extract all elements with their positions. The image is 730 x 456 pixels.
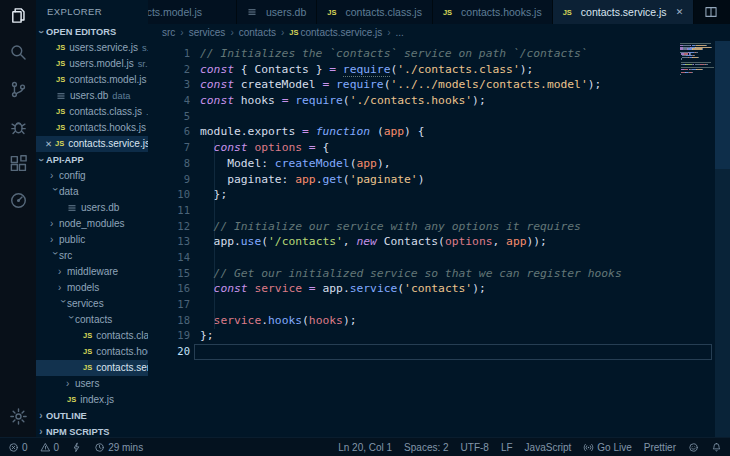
extensions-icon[interactable] bbox=[8, 153, 28, 173]
open-editors-header[interactable]: ›OPEN EDITORS bbox=[36, 24, 148, 40]
status-spaces-2[interactable]: Spaces: 2 bbox=[404, 442, 448, 453]
tree-item-contacts.class.js[interactable]: JScontacts.class.js bbox=[36, 328, 148, 344]
tree-item-contacts.hooks.js[interactable]: JScontacts.hooks.js bbox=[36, 344, 148, 360]
settings-gear-icon[interactable] bbox=[8, 406, 28, 426]
breadcrumb-item[interactable]: contacts bbox=[239, 27, 276, 38]
open-editor-item[interactable]: ✕JScontacts.service.js bbox=[36, 136, 148, 152]
code-line[interactable]: 13 app.use('/contacts', new Contacts(opt… bbox=[148, 234, 730, 250]
split-editor-icon[interactable] bbox=[704, 5, 718, 19]
tree-item-node_modules[interactable]: ›node_modules bbox=[36, 216, 148, 232]
file-label: users.db bbox=[70, 88, 108, 104]
line-number: 5 bbox=[148, 109, 200, 125]
activity-bar bbox=[0, 0, 36, 438]
breadcrumb-item[interactable]: JScontacts.service.js bbox=[289, 27, 382, 38]
status-bar-right: Ln 20, Col 1Spaces: 2UTF-8LFJavaScriptGo… bbox=[338, 442, 722, 453]
status-0[interactable]: 0 bbox=[8, 442, 28, 453]
breadcrumb-item[interactable]: src bbox=[162, 27, 175, 38]
tree-item-data[interactable]: ›data bbox=[36, 184, 148, 200]
code-line[interactable]: 4const hooks = require('./contacts.hooks… bbox=[148, 93, 730, 109]
code-line[interactable]: 17 bbox=[148, 297, 730, 313]
tab-contacts.model.js[interactable]: contacts.model.js bbox=[148, 0, 237, 24]
status-go-live[interactable]: Go Live bbox=[583, 442, 631, 453]
code-line[interactable]: 3const createModel = require('../../mode… bbox=[148, 77, 730, 93]
section-outline[interactable]: ›OUTLINE bbox=[36, 408, 148, 424]
code-line[interactable]: 10 }; bbox=[148, 187, 730, 203]
code-line[interactable]: 6module.exports = function (app) { bbox=[148, 124, 730, 140]
close-icon[interactable]: ✕ bbox=[676, 7, 684, 17]
files-icon[interactable] bbox=[8, 5, 28, 25]
tab-contacts.hooks.js[interactable]: JScontacts.hooks.js bbox=[433, 0, 553, 24]
tree-item-services[interactable]: ›services bbox=[36, 296, 148, 312]
tab-label: contacts.class.js bbox=[345, 6, 421, 18]
tree-item-users.db[interactable]: users.db bbox=[36, 200, 148, 216]
code-line[interactable]: 2const { Contacts } = require('./contact… bbox=[148, 62, 730, 78]
code-line[interactable]: 12 // Initialize our service with any op… bbox=[148, 219, 730, 235]
tree-item-users[interactable]: ›users bbox=[36, 376, 148, 392]
project-root-header[interactable]: ›API-APP bbox=[36, 152, 148, 168]
status-prettier[interactable]: Prettier bbox=[644, 442, 676, 453]
open-editor-item[interactable]: JScontacts.model.js bbox=[36, 72, 148, 88]
tree-item-config[interactable]: ›config bbox=[36, 168, 148, 184]
code-line[interactable]: 20 bbox=[148, 344, 730, 360]
code-editor[interactable]: 1// Initializes the `contacts` service o… bbox=[148, 41, 730, 438]
open-editor-item[interactable]: JSusers.model.jssr... bbox=[36, 56, 148, 72]
breadcrumb[interactable]: src›services›contacts›JScontacts.service… bbox=[148, 24, 730, 41]
tree-item-public[interactable]: ›public bbox=[36, 232, 148, 248]
breadcrumb-label: contacts.service.js bbox=[301, 27, 383, 38]
status-smiley-icon[interactable] bbox=[688, 442, 699, 453]
database-file-icon bbox=[247, 7, 257, 17]
tree-item-contacts.service.js[interactable]: JScontacts.service.js bbox=[36, 360, 148, 376]
code-line[interactable]: 16 const service = app.service('contacts… bbox=[148, 281, 730, 297]
status-bell-icon[interactable] bbox=[711, 442, 722, 453]
close-icon[interactable]: ✕ bbox=[45, 136, 55, 152]
breadcrumb-item[interactable]: services bbox=[189, 27, 226, 38]
line-number: 19 bbox=[148, 328, 200, 344]
source-control-icon[interactable] bbox=[8, 79, 28, 99]
code-line[interactable]: 18 service.hooks(hooks); bbox=[148, 313, 730, 329]
code-text: service.hooks(hooks); bbox=[200, 313, 356, 329]
search-icon[interactable] bbox=[8, 42, 28, 62]
tab-contacts.service.js[interactable]: JScontacts.service.js✕ bbox=[553, 0, 695, 24]
tree-item-index.js[interactable]: JSindex.js bbox=[36, 392, 148, 408]
status-0[interactable]: 0 bbox=[40, 442, 60, 453]
code-line[interactable]: 19}; bbox=[148, 328, 730, 344]
code-line[interactable]: 7 const options = { bbox=[148, 140, 730, 156]
tree-item-contacts[interactable]: ›contacts bbox=[36, 312, 148, 328]
code-line[interactable]: 5 bbox=[148, 109, 730, 125]
breadcrumb-item[interactable]: ... bbox=[396, 27, 404, 38]
code-text: module.exports = function (app) { bbox=[200, 124, 425, 140]
open-editor-item[interactable]: JSusers.service.jss... bbox=[36, 40, 148, 56]
gauge-icon[interactable] bbox=[8, 190, 28, 210]
database-file-icon bbox=[56, 91, 66, 101]
debug-icon[interactable] bbox=[8, 116, 28, 136]
file-label: contacts.class.js bbox=[69, 104, 142, 120]
file-label: node_modules bbox=[59, 216, 125, 232]
code-line[interactable]: 11 bbox=[148, 203, 730, 219]
status-utf-8[interactable]: UTF-8 bbox=[461, 442, 489, 453]
tree-item-models[interactable]: ›models bbox=[36, 280, 148, 296]
line-number: 17 bbox=[148, 297, 200, 313]
code-line[interactable]: 9 paginate: app.get('paginate') bbox=[148, 172, 730, 188]
status-29-mins[interactable]: 29 mins bbox=[94, 442, 143, 453]
status-zap-icon[interactable] bbox=[71, 442, 82, 453]
status-lf[interactable]: LF bbox=[501, 442, 513, 453]
code-line[interactable]: 1// Initializes the `contacts` service o… bbox=[148, 46, 730, 62]
tree-item-middleware[interactable]: ›middleware bbox=[36, 264, 148, 280]
file-detail: sr... bbox=[138, 56, 148, 72]
open-editor-item[interactable]: JScontacts.class.js... bbox=[36, 104, 148, 120]
tab-label: contacts.service.js bbox=[581, 6, 667, 18]
breadcrumb-label: src bbox=[162, 27, 175, 38]
broadcast-icon bbox=[583, 442, 594, 453]
code-line[interactable]: 14 bbox=[148, 250, 730, 266]
open-editor-item[interactable]: JScontacts.hooks.js... bbox=[36, 120, 148, 136]
code-line[interactable]: 15 // Get our initialized service so tha… bbox=[148, 266, 730, 282]
tab-users.db[interactable]: users.db bbox=[237, 0, 317, 24]
open-editor-item[interactable]: users.dbdata bbox=[36, 88, 148, 104]
code-line[interactable]: 8 Model: createModel(app), bbox=[148, 156, 730, 172]
line-number: 11 bbox=[148, 203, 200, 219]
tab-contacts.class.js[interactable]: JScontacts.class.js bbox=[317, 0, 433, 24]
status-ln-20-col-1[interactable]: Ln 20, Col 1 bbox=[338, 442, 392, 453]
tree-item-src[interactable]: ›src bbox=[36, 248, 148, 264]
status-javascript[interactable]: JavaScript bbox=[525, 442, 572, 453]
section-npm-scripts[interactable]: ›NPM SCRIPTS bbox=[36, 424, 148, 438]
